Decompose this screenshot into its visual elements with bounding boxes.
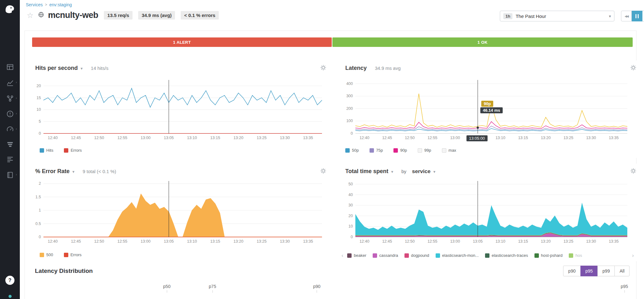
pause-button[interactable] — [632, 11, 642, 21]
legend-swatch — [370, 148, 374, 153]
gear-icon[interactable] — [630, 65, 636, 72]
distribution-tick — [317, 290, 317, 293]
forward-button[interactable]: ▶▶ — [642, 11, 644, 21]
chevron-down-icon: ▾ — [609, 14, 611, 19]
tooltip-series-label: 90p — [481, 101, 493, 107]
legend-item[interactable]: 99p — [418, 148, 431, 153]
infrastructure-submenu-chevron[interactable]: › — [16, 96, 17, 100]
legend-label: beaker — [354, 253, 366, 258]
help-icon[interactable]: ? — [5, 276, 14, 285]
gear-icon[interactable] — [630, 168, 636, 175]
ok-status-label: 1 OK — [477, 40, 488, 45]
latency-panel-header: Latency 34.9 ms avg — [341, 60, 637, 71]
error-rate-legend: 500Errors — [40, 252, 82, 257]
legend-item[interactable]: hos — [569, 253, 582, 258]
x-axis-tick-label: 13:25 — [563, 239, 573, 244]
legend-item[interactable]: max — [442, 148, 456, 153]
x-axis-tick-label: 13:05 — [164, 136, 174, 140]
total-time-legend: beakercassandradogpoundelasticsearch-mon… — [347, 253, 582, 258]
hits-panel: Hits per second ▾ 14 hits/s 0510152012:4… — [31, 60, 327, 158]
rewind-button[interactable]: ◀◀ — [621, 11, 632, 21]
legend-item[interactable]: Hits — [40, 148, 53, 153]
y-axis-tick-label: 1 — [39, 208, 41, 212]
account-icon[interactable] — [6, 294, 14, 299]
monitors-icon[interactable] — [6, 110, 14, 118]
legend-item[interactable]: Errors — [64, 252, 82, 257]
breadcrumb-env-link[interactable]: env:staging — [49, 2, 72, 7]
logs-icon[interactable] — [6, 155, 14, 163]
total-time-by-label: by — [401, 169, 406, 174]
breadcrumb-services-link[interactable]: Services — [26, 2, 43, 7]
legend-label: Errors — [71, 148, 82, 153]
x-axis-tick-label: 12:45 — [382, 239, 392, 244]
legend-item[interactable]: elasticsearch-mon... — [436, 253, 479, 258]
y-axis-tick-label: 20 — [37, 84, 41, 88]
time-range-select[interactable]: 1h The Past Hour ▾ — [500, 11, 614, 21]
legend-label: hos — [575, 253, 582, 258]
latency-distribution-section: Latency Distribution p90 p95 p99 All 6.0… — [31, 264, 635, 299]
datadog-logo[interactable] — [4, 3, 16, 16]
legend-swatch — [393, 148, 398, 153]
monitors-submenu-chevron[interactable]: › — [16, 111, 17, 115]
legend-item[interactable]: beaker — [347, 253, 366, 258]
x-axis-tick-label: 12:45 — [71, 136, 81, 140]
distribution-tick — [624, 290, 625, 293]
alert-status-segment[interactable]: 1 ALERT — [32, 37, 332, 47]
legend-item[interactable]: 90p — [393, 148, 407, 153]
x-axis-tick-label: 13:20 — [541, 136, 551, 140]
latency-distribution-chart[interactable]: 6.00k p50p75p90p95 — [35, 282, 628, 299]
favorite-star-icon[interactable]: ☆ — [27, 12, 34, 19]
notebooks-icon[interactable] — [6, 171, 14, 179]
x-axis-tick-label: 13:30 — [280, 239, 290, 244]
chevron-down-icon[interactable]: ▾ — [433, 169, 436, 174]
legend-item[interactable]: cassandra — [373, 253, 398, 258]
legend-swatch — [40, 253, 44, 257]
distribution-percentile-label: p75 — [209, 284, 216, 289]
latency-distribution-title: Latency Distribution — [35, 268, 93, 274]
legend-item[interactable]: host-pshard — [534, 253, 563, 258]
apm-icon[interactable] — [6, 140, 14, 149]
legend-label: cassandra — [379, 253, 398, 258]
x-axis-tick-label: 13:35 — [303, 136, 313, 140]
x-axis-tick-label: 13:35 — [609, 136, 619, 140]
x-axis-tick-label: 12:40 — [48, 239, 58, 244]
legend-item[interactable]: Errors — [64, 148, 82, 153]
metrics-submenu-chevron[interactable]: › — [16, 80, 17, 84]
legend-item[interactable]: 75p — [370, 148, 383, 153]
infrastructure-icon[interactable] — [6, 94, 14, 103]
hits-chart[interactable]: 0510152012:4012:4512:5012:5513:0013:0513… — [31, 76, 327, 146]
metrics-icon[interactable] — [6, 79, 14, 87]
total-time-group-select[interactable]: service — [412, 168, 431, 175]
p99-button[interactable]: p99 — [597, 266, 615, 276]
gear-icon[interactable] — [320, 168, 326, 175]
x-axis-tick-label: 12:50 — [405, 136, 415, 140]
y-axis-tick-label: 20 — [348, 214, 353, 218]
y-axis-tick-label: 0 — [351, 131, 353, 136]
x-axis-tick-label: 13:10 — [187, 136, 197, 140]
total-time-chart[interactable]: 0102030405012:4012:4512:5012:5513:0013:0… — [341, 176, 637, 250]
p90-button[interactable]: p90 — [563, 266, 580, 276]
legend-item[interactable]: elasticsearch-traces — [485, 253, 528, 258]
topbar: Services > env:staging ☆ mcnulty-web 13.… — [20, 0, 644, 25]
p95-button[interactable]: p95 — [580, 266, 598, 276]
hits-panel-header: Hits per second ▾ 14 hits/s — [31, 60, 327, 71]
chevron-down-icon[interactable]: ▾ — [391, 169, 393, 174]
x-axis-tick-label: 12:45 — [71, 239, 81, 244]
legend-item[interactable]: 500 — [40, 252, 53, 257]
legend-label: 75p — [376, 148, 383, 153]
ok-status-segment[interactable]: 1 OK — [332, 37, 633, 47]
synthetics-submenu-chevron[interactable]: › — [16, 127, 17, 131]
total-time-panel: Total time spent ▾ by service ▾ 01020304… — [341, 164, 637, 261]
synthetics-icon[interactable] — [6, 125, 14, 133]
chevron-down-icon[interactable]: ▾ — [81, 66, 83, 71]
chevron-down-icon[interactable]: ▾ — [72, 169, 75, 174]
gear-icon[interactable] — [320, 65, 326, 72]
legend-scroll-left-icon[interactable]: ‹ — [342, 252, 343, 259]
legend-item[interactable]: 50p — [345, 148, 359, 153]
legend-item[interactable]: dogpound — [404, 253, 429, 258]
error-rate-chart[interactable]: 00.511.5212:4012:4512:5012:5513:0013:051… — [31, 176, 327, 250]
all-button[interactable]: All — [614, 266, 630, 276]
dashboards-icon[interactable] — [6, 63, 14, 71]
notebooks-submenu-chevron[interactable]: › — [16, 172, 17, 176]
legend-scroll-right-icon[interactable]: › — [632, 252, 634, 259]
